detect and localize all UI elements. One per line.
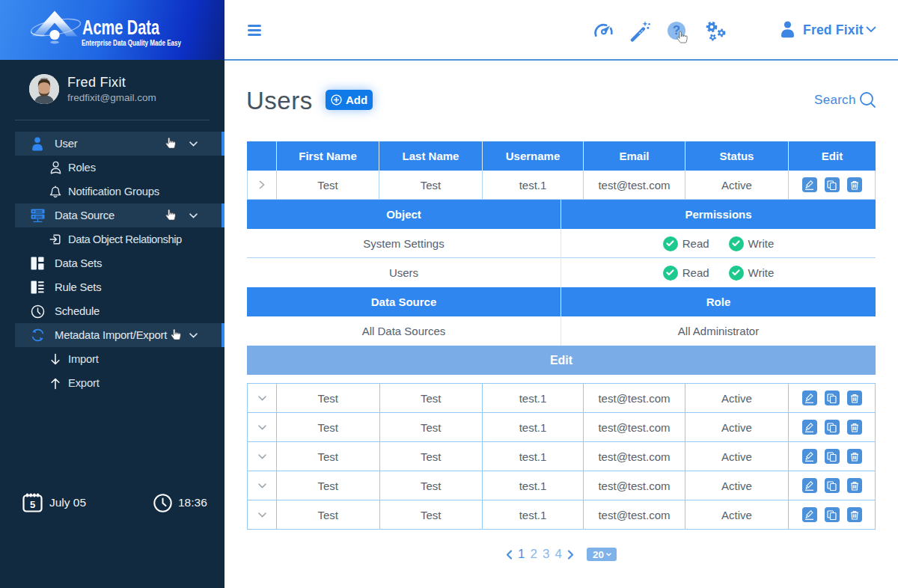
- svg-text:Acme Data: Acme Data: [82, 16, 159, 39]
- svg-text:Enterprise Data Quality Made E: Enterprise Data Quality Made Easy: [82, 39, 181, 47]
- svg-text:5: 5: [30, 499, 35, 510]
